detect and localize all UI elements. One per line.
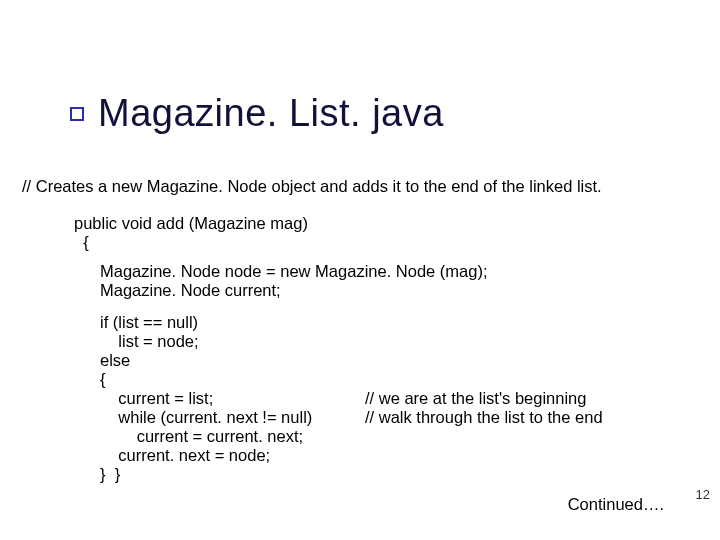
if-else-block: if (list == null) list = node; else { cu… — [100, 313, 312, 484]
continued-label: Continued…. — [568, 495, 664, 514]
slide-number: 12 — [696, 487, 710, 502]
declaration-block: Magazine. Node node = new Magazine. Node… — [100, 262, 488, 300]
slide: Magazine. List. java // Creates a new Ma… — [0, 0, 720, 540]
inline-comments: // we are at the list's beginning // wal… — [365, 389, 603, 427]
code-comment: // Creates a new Magazine. Node object a… — [22, 177, 602, 196]
method-signature: public void add (Magazine mag) { — [74, 214, 308, 252]
slide-title: Magazine. List. java — [98, 92, 444, 135]
title-bullet-icon — [70, 107, 84, 121]
title-row: Magazine. List. java — [70, 92, 444, 135]
